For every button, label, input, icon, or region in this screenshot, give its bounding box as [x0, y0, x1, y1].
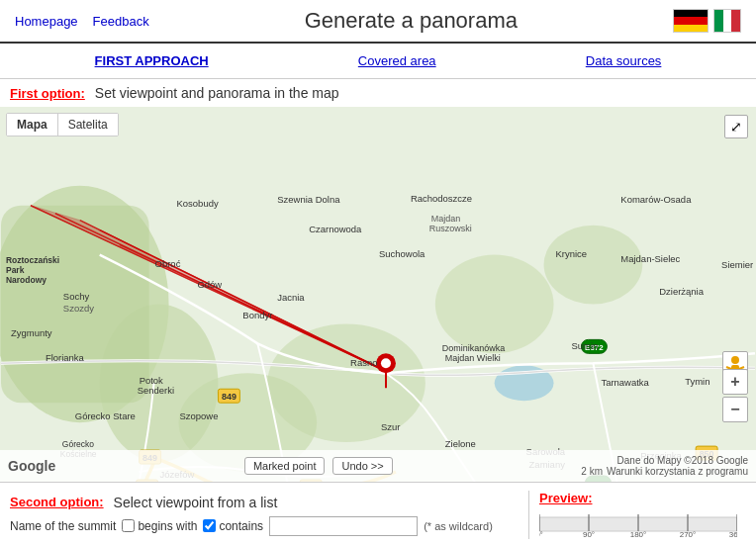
svg-text:Komarów-Osada: Komarów-Osada — [620, 194, 692, 205]
svg-text:Krynice: Krynice — [556, 248, 588, 259]
svg-text:Obroć: Obroć — [155, 258, 181, 269]
svg-text:Rasno: Rasno — [350, 357, 377, 368]
scale-bar: Dane do Mapy ©2018 Google 2 km Warunki k… — [581, 455, 748, 477]
svg-text:Park: Park — [6, 265, 25, 275]
contains-label: contains — [219, 519, 263, 533]
language-flags — [673, 9, 741, 33]
summit-name-label: Name of the summit — [10, 519, 116, 533]
page-title: Generate a panorama — [149, 8, 673, 34]
svg-text:Majdan Wielki: Majdan Wielki — [445, 353, 501, 363]
svg-text:Florianka: Florianka — [46, 352, 85, 363]
first-option-bar: First option: Set viewpoint and panorama… — [0, 79, 756, 107]
svg-point-88 — [731, 356, 739, 364]
svg-text:Sochy: Sochy — [63, 291, 90, 302]
map-controls: Marked point Undo >> — [244, 457, 393, 475]
first-option-description: Set viewpoint and panorama in the map — [95, 85, 339, 101]
homepage-link[interactable]: Homepage — [15, 14, 78, 29]
svg-text:Szewnia Dolna: Szewnia Dolna — [277, 194, 340, 205]
svg-text:0°: 0° — [539, 530, 543, 539]
svg-text:Siemier: Siemier — [721, 259, 753, 270]
fullscreen-button[interactable]: ⤢ — [724, 115, 748, 138]
begins-with-option: begins with — [122, 519, 197, 533]
terms-text: Warunki korzystania z programu — [607, 466, 748, 477]
svg-text:Tarnawatka: Tarnawatka — [601, 377, 649, 388]
svg-text:Górecko: Górecko — [62, 439, 94, 449]
svg-text:Majdan: Majdan — [431, 214, 460, 224]
map-svg: 849 849 849 853 853 853 850 E372 E372 — [0, 107, 756, 482]
svg-text:Zygmunty: Zygmunty — [11, 327, 52, 338]
contains-option: contains — [203, 519, 263, 533]
svg-point-34 — [381, 358, 391, 368]
svg-text:Tymin: Tymin — [685, 376, 709, 387]
svg-text:Górecko Stare: Górecko Stare — [75, 410, 136, 421]
svg-text:270°: 270° — [680, 530, 697, 539]
tab-first-approach[interactable]: FIRST APPROACH — [95, 53, 209, 68]
feedback-link[interactable]: Feedback — [93, 14, 149, 29]
svg-text:Czarnowoda: Czarnowoda — [309, 224, 362, 234]
svg-text:849: 849 — [222, 392, 236, 402]
tab-covered-area[interactable]: Covered area — [358, 53, 436, 68]
marked-point-button[interactable]: Marked point — [244, 457, 326, 475]
map-tabs: Mapa Satelita — [6, 113, 119, 136]
wildcard-note: (* as wildcard) — [424, 520, 493, 532]
svg-text:Majdan-Sielec: Majdan-Sielec — [620, 253, 680, 264]
svg-text:Kosobudy: Kosobudy — [177, 198, 219, 209]
summit-search-row: Name of the summit begins with contains … — [10, 516, 528, 536]
svg-text:Dominikanówka: Dominikanówka — [442, 343, 505, 353]
map-bottom-bar: Google Marked point Undo >> Dane do Mapy… — [0, 450, 756, 482]
svg-text:Suchowola: Suchowola — [379, 248, 425, 259]
preview-label: Preview: — [539, 491, 592, 505]
svg-text:180°: 180° — [630, 530, 647, 539]
svg-text:Ruszowski: Ruszowski — [429, 224, 472, 233]
first-option-label: First option: — [10, 86, 85, 101]
preview-panel: Preview: 0° 90° 180° 270° 360° — [528, 491, 746, 539]
svg-text:Senderki: Senderki — [138, 385, 174, 396]
svg-text:Szur: Szur — [381, 421, 400, 432]
svg-text:Jacnia: Jacnia — [277, 292, 305, 303]
svg-text:Zielone: Zielone — [445, 438, 476, 449]
svg-text:Narodowy: Narodowy — [6, 275, 47, 285]
scale-value: 2 km — [581, 466, 603, 477]
header: Homepage Feedback Generate a panorama — [0, 0, 756, 44]
map-tab-satelita[interactable]: Satelita — [58, 114, 118, 136]
preview-scale-bar: 0° 90° 180° 270° 360° — [539, 509, 746, 539]
map-tab-mapa[interactable]: Mapa — [7, 114, 58, 136]
second-option-panel: Second option: Select viewpoint from a l… — [10, 495, 528, 536]
svg-text:Szozdy: Szozdy — [63, 303, 94, 314]
nav-tabs: FIRST APPROACH Covered area Data sources — [0, 44, 756, 79]
svg-text:360°: 360° — [729, 530, 737, 539]
google-logo: Google — [8, 458, 55, 474]
svg-text:Sumin: Sumin — [571, 340, 598, 351]
zoom-out-button[interactable]: − — [722, 397, 748, 422]
begins-with-label: begins with — [138, 519, 197, 533]
svg-text:Bondyr: Bondyr — [242, 310, 272, 320]
second-section: Second option: Select viewpoint from a l… — [0, 483, 756, 545]
header-nav: Homepage Feedback — [15, 14, 149, 29]
attribution-text: Dane do Mapy ©2018 Google — [617, 455, 748, 466]
svg-point-4 — [435, 255, 554, 354]
second-option-description: Select viewpoint from a list — [114, 495, 278, 510]
svg-point-5 — [544, 226, 643, 305]
zoom-in-button[interactable]: + — [722, 369, 748, 395]
map-container[interactable]: Mapa Satelita ⤢ — [0, 107, 756, 483]
map-background: 849 849 849 853 853 853 850 E372 E372 — [0, 107, 756, 482]
begins-with-checkbox[interactable] — [122, 519, 135, 532]
summit-search-input[interactable] — [269, 516, 418, 536]
contains-checkbox[interactable] — [203, 519, 216, 532]
svg-text:Roztoczański: Roztoczański — [6, 255, 59, 265]
svg-text:Rachodoszcze: Rachodoszcze — [411, 193, 472, 204]
undo-button[interactable]: Undo >> — [332, 457, 392, 475]
zoom-controls: + − — [722, 369, 748, 422]
svg-text:Dzierżąnia: Dzierżąnia — [659, 286, 704, 297]
german-flag[interactable] — [673, 9, 709, 33]
svg-text:Szopowe: Szopowe — [180, 410, 219, 421]
tab-data-sources[interactable]: Data sources — [586, 53, 662, 68]
second-option-label: Second option: — [10, 495, 104, 509]
svg-text:Gdów: Gdów — [197, 279, 222, 290]
svg-text:90°: 90° — [583, 530, 595, 539]
italian-flag[interactable] — [713, 9, 741, 33]
